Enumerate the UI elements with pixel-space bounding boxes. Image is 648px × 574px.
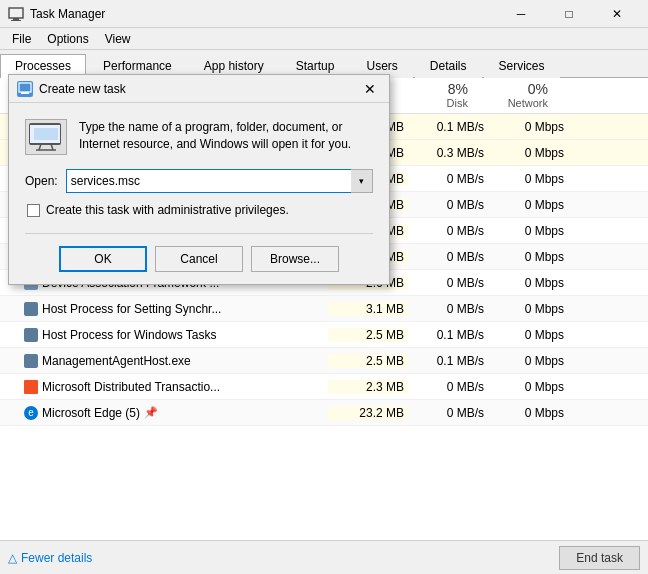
admin-checkbox[interactable] (27, 204, 40, 217)
dropdown-arrow[interactable]: ▾ (351, 169, 373, 193)
create-new-task-dialog: Create new task ✕ Type the name of a pro… (8, 74, 390, 285)
dialog-title: Create new task (39, 82, 359, 96)
cancel-button[interactable]: Cancel (155, 246, 243, 272)
input-wrap: ▾ (66, 169, 373, 193)
open-label: Open: (25, 174, 58, 188)
svg-rect-4 (21, 92, 29, 94)
dialog-body: Type the name of a program, folder, docu… (9, 103, 389, 284)
dialog-info-row: Type the name of a program, folder, docu… (25, 119, 373, 155)
dialog-icon (17, 81, 33, 97)
computer-icon (25, 119, 67, 155)
dialog-title-bar: Create new task ✕ (9, 75, 389, 103)
admin-checkbox-label: Create this task with administrative pri… (46, 203, 289, 217)
dialog-separator (25, 233, 373, 234)
checkbox-row: Create this task with administrative pri… (27, 203, 373, 217)
open-input[interactable] (66, 169, 373, 193)
dialog-close-button[interactable]: ✕ (359, 78, 381, 100)
svg-rect-3 (19, 83, 31, 92)
dialog-overlay: Create new task ✕ Type the name of a pro… (0, 0, 648, 574)
browse-button[interactable]: Browse... (251, 246, 339, 272)
dialog-buttons: OK Cancel Browse... (25, 246, 373, 272)
svg-rect-10 (34, 128, 58, 140)
dialog-open-row: Open: ▾ (25, 169, 373, 193)
ok-button[interactable]: OK (59, 246, 147, 272)
dialog-description: Type the name of a program, folder, docu… (79, 119, 373, 153)
